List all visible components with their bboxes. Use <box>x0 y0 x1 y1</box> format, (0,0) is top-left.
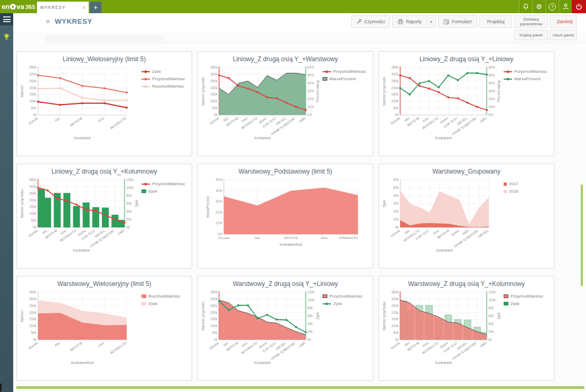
svg-text:Wartosc: Wartosc <box>20 310 24 322</box>
svg-text:150k: 150k <box>29 205 37 208</box>
legend-item: PrzychodWartosc <box>504 69 548 74</box>
svg-text:100k: 100k <box>488 298 496 302</box>
person-icon <box>562 3 569 10</box>
legend-label: Zysk <box>148 189 157 194</box>
svg-text:Klon: Klon <box>97 341 105 348</box>
legend-item: Zysk <box>141 189 186 194</box>
user-button[interactable] <box>559 0 572 13</box>
svg-text:60%: 60% <box>488 65 495 69</box>
legend-item: Zysk <box>141 301 186 306</box>
svg-text:Wartość przychodu: Wartość przychodu <box>382 301 386 330</box>
raporty-dropdown-button[interactable]: ▾ <box>427 15 436 28</box>
chart-canvas: 0k50k100k150k200k250k300k350k0%10%20%30%… <box>200 63 322 143</box>
usun-panel-button[interactable]: Usuń panel <box>550 30 577 40</box>
chart-panel: Liniowy_Z drugą osią Y_+Liniowy0k50k100k… <box>379 51 554 156</box>
tab-close-icon[interactable]: x <box>83 5 86 10</box>
zamknij-button[interactable]: Zamknij <box>550 15 577 28</box>
svg-text:300k: 300k <box>391 72 399 76</box>
svg-text:Kontrahent: Kontrahent <box>73 248 89 252</box>
logo-text-365: 365 <box>25 4 35 10</box>
chart-panel: Warstwowy_Grupowany0k10k20k30k40k50k60kZ… <box>379 164 554 269</box>
svg-text:150k: 150k <box>391 92 399 96</box>
divider <box>45 42 586 43</box>
svg-text:50k: 50k <box>31 106 37 110</box>
legend-swatch <box>323 77 327 81</box>
settings-button[interactable]: ⚙ <box>532 0 545 13</box>
svg-text:250k: 250k <box>391 79 399 83</box>
svg-text:Kontrahent: Kontrahent <box>435 361 451 365</box>
zestawy-parametrow-button[interactable]: Zestawy parametrów <box>514 15 548 28</box>
tab-wykresy[interactable]: WYKRESY x <box>37 2 89 13</box>
notifications-button[interactable] <box>519 0 532 13</box>
wrench-icon <box>356 19 362 24</box>
help-button[interactable]: ? <box>545 0 559 13</box>
svg-text:Drynda: Drynda <box>390 341 401 350</box>
svg-text:0%: 0% <box>217 232 222 236</box>
legend-item: 2018 <box>504 189 548 194</box>
kopiuj-panel-button[interactable]: Kopiuj panel <box>514 30 548 40</box>
favorite-star-icon[interactable]: ★ <box>45 17 51 25</box>
logout-button[interactable] <box>572 0 586 13</box>
svg-text:200k: 200k <box>210 86 218 90</box>
page-title-row: ★ WYKRESY <box>45 17 92 25</box>
legend-item: MarzaProcent <box>323 77 367 81</box>
svg-text:50k: 50k <box>393 331 399 334</box>
svg-text:40%: 40% <box>215 189 222 193</box>
legend-swatch <box>141 70 150 74</box>
svg-text:300k: 300k <box>210 297 218 301</box>
svg-text:AMS: AMS <box>298 341 306 348</box>
legend-swatch <box>504 190 507 193</box>
svg-text:Drynda: Drynda <box>209 341 220 350</box>
svg-text:Wartość przychodu: Wartość przychodu <box>201 77 205 106</box>
legend-label: MarzaProcent <box>329 77 356 81</box>
panel-buttons-cluster: Zestawy parametrów Zamknij Kopiuj panel … <box>514 15 577 40</box>
sidebar-scroll-mark <box>0 384 2 391</box>
svg-text:50%: 50% <box>215 178 222 181</box>
chart-body: 0k50k100k150k200k250k300k350k0%10%20%30%… <box>200 63 371 155</box>
svg-text:Drynda: Drynda <box>390 116 401 125</box>
legend-label: Zysk <box>152 69 161 74</box>
raporty-button[interactable]: Raporty <box>392 15 427 28</box>
legend-swatch <box>323 294 327 298</box>
svg-text:100k: 100k <box>391 99 399 103</box>
legend-swatch <box>141 84 150 89</box>
svg-text:200k: 200k <box>391 86 399 90</box>
assistant-button[interactable] <box>0 33 13 41</box>
legend-item: PrzychodWartosc <box>323 294 367 299</box>
chart-panel: Warstwowy_Wieloseryjny (limit 5)0k50k100… <box>16 276 192 381</box>
legend-item: PrzychodWartosc <box>141 77 186 81</box>
legend-label: MarzaProcent <box>514 77 541 81</box>
chart-title: Warstwowy_Grupowany <box>381 168 552 175</box>
svg-text:250k: 250k <box>210 304 218 308</box>
svg-text:10k: 10k <box>393 217 399 221</box>
legend-item: Zysk <box>323 301 367 306</box>
svg-text:30%: 30% <box>307 89 314 93</box>
raporty-group: Raporty ▾ <box>392 15 436 28</box>
svg-text:50k: 50k <box>212 331 218 334</box>
hamburger-icon <box>3 16 11 17</box>
legend-label: PrzychodWartosc <box>152 181 185 186</box>
legend-label: PrzychodWartosc <box>329 294 362 299</box>
projektuj-button[interactable]: Projektuj <box>479 15 512 28</box>
legend-item: 2017 <box>504 181 548 186</box>
svg-text:250k: 250k <box>29 192 37 195</box>
svg-text:50%: 50% <box>488 73 495 77</box>
svg-text:20k: 20k <box>126 217 132 221</box>
horizontal-scrollbar[interactable] <box>16 386 584 389</box>
svg-text:50k: 50k <box>393 106 399 110</box>
svg-text:Kontrahent: Kontrahent <box>254 361 270 365</box>
new-tab-button[interactable]: + <box>90 2 101 13</box>
svg-text:40%: 40% <box>488 81 495 85</box>
vertical-scrollbar[interactable] <box>581 185 583 286</box>
svg-text:200k: 200k <box>29 311 37 314</box>
chart-panel: Liniowy_Z drugą osią Y_+Warstwowy0k50k10… <box>197 51 373 156</box>
svg-text:Klon: Klon <box>97 116 105 123</box>
menu-button[interactable] <box>0 13 13 25</box>
lightbulb-icon <box>3 33 11 41</box>
svg-text:30%: 30% <box>215 199 222 203</box>
svg-text:INTERAUTO: INTERAUTO <box>109 341 127 355</box>
chart-canvas: 0k50k100k150k200k250k300k350k0k20k40k60k… <box>19 175 140 255</box>
svg-text:20%: 20% <box>307 97 314 101</box>
formularz-button[interactable]: Formularz <box>438 15 477 28</box>
czynnosci-button[interactable]: Czynności <box>351 15 390 28</box>
